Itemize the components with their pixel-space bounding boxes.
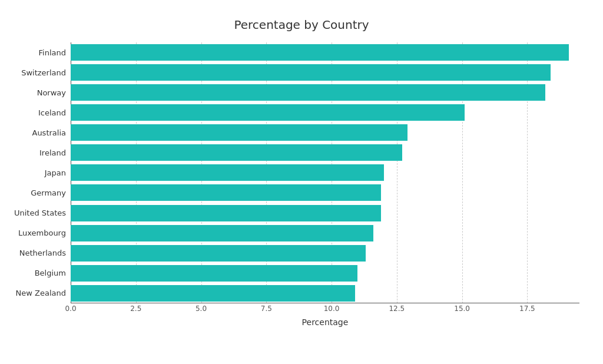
bar-label: Luxembourg <box>1 229 66 237</box>
bar <box>71 84 545 101</box>
x-tick-label: 2.5 <box>130 305 141 313</box>
bar-label: Ireland <box>1 148 66 157</box>
bar-label: Iceland <box>1 108 66 117</box>
bar-row: Iceland <box>71 103 579 122</box>
x-tick-label: 17.5 <box>519 305 535 313</box>
bar-row: Japan <box>71 163 579 182</box>
bar <box>71 164 384 181</box>
bar-row: Luxembourg <box>71 224 579 243</box>
x-tick-label: 15.0 <box>454 305 470 313</box>
x-axis-title: Percentage <box>71 317 579 327</box>
x-tick-label: 5.0 <box>196 305 207 313</box>
bar <box>71 144 402 161</box>
bar-label: United States <box>1 209 66 217</box>
bar <box>71 104 465 121</box>
chart-container: Percentage by Country FinlandSwitzerland… <box>0 0 603 364</box>
x-tick-label: 0.0 <box>65 305 76 313</box>
bar <box>71 205 381 221</box>
bar-row: Belgium <box>71 264 579 283</box>
bar-row: Australia <box>71 123 579 142</box>
bar-row: Ireland <box>71 143 579 162</box>
bar-row: Switzerland <box>71 63 579 82</box>
chart-area: FinlandSwitzerlandNorwayIcelandAustralia… <box>71 42 579 321</box>
bar-label: Switzerland <box>1 68 66 77</box>
bar <box>71 184 381 201</box>
bar-row: Finland <box>71 43 579 62</box>
x-labels: 0.02.55.07.510.012.515.017.5 <box>71 305 579 316</box>
bar-label: Australia <box>1 128 66 137</box>
bar <box>71 124 407 141</box>
x-axis <box>71 303 579 303</box>
bar <box>71 225 373 241</box>
x-tick-label: 10.0 <box>324 305 340 313</box>
bar-label: Germany <box>1 188 66 197</box>
x-tick-label: 12.5 <box>389 305 405 313</box>
x-tick-label: 7.5 <box>261 305 272 313</box>
bar-label: Norway <box>1 88 66 97</box>
bar-row: Norway <box>71 83 579 102</box>
bar-label: Netherlands <box>1 249 66 257</box>
bar <box>71 285 355 302</box>
chart-title: Percentage by Country <box>24 18 579 32</box>
bar-row: United States <box>71 204 579 223</box>
bar-label: Japan <box>1 168 66 177</box>
bars-wrapper: FinlandSwitzerlandNorwayIcelandAustralia… <box>71 42 579 303</box>
bar <box>71 245 366 262</box>
bar <box>71 44 569 61</box>
bar-row: Germany <box>71 183 579 202</box>
bar <box>71 64 551 81</box>
bar-row: Netherlands <box>71 244 579 263</box>
bar-row: New Zealand <box>71 284 579 303</box>
bar-label: Finland <box>1 48 66 57</box>
bar <box>71 265 357 282</box>
bar-label: Belgium <box>1 269 66 277</box>
bar-label: New Zealand <box>1 289 66 297</box>
